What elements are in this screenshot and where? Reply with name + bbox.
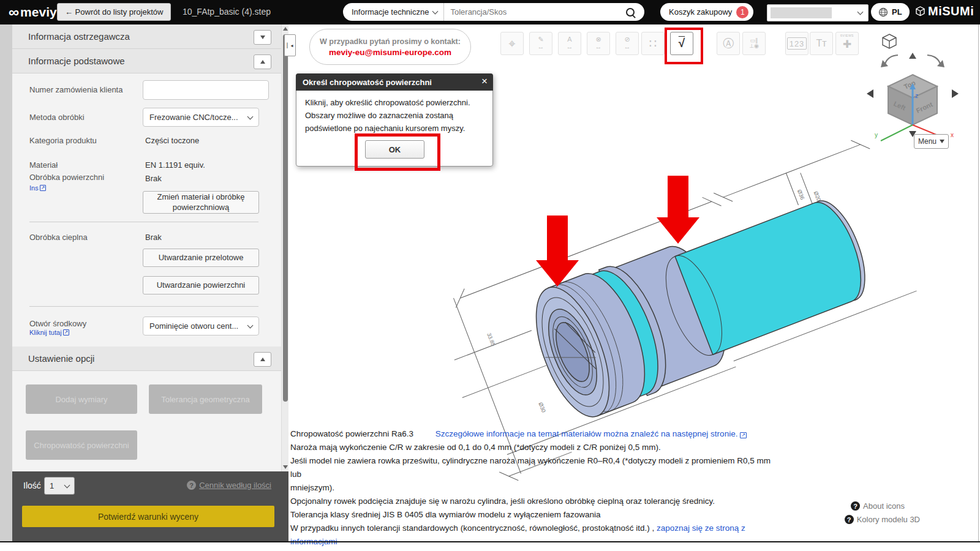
scroll-down-arrow[interactable] <box>283 465 288 469</box>
dim-label: Ø36 <box>796 189 805 200</box>
method-select[interactable]: Frezowanie CNC/tocze... <box>143 108 259 127</box>
category-label: Kategoria produktu <box>29 136 97 145</box>
material-value: EN 1.1191 equiv. <box>145 160 205 170</box>
popup-title-bar: Określ chropowatość powierzchni × <box>296 73 493 91</box>
center-hole-select[interactable]: Pominięcie otworu cent... <box>143 317 259 335</box>
collapse-toggle-button[interactable] <box>254 352 271 367</box>
globe-icon <box>878 7 888 17</box>
search-category-select[interactable]: Informacje techniczne <box>343 3 444 21</box>
notes-block: Chropowatość powierzchni Ra6.3 Szczegóło… <box>290 427 780 551</box>
viewer-menu-button[interactable]: Menu <box>914 134 949 149</box>
note-line: technicznymi. <box>290 549 780 551</box>
note-line: W przypadku innych tolerancji standardow… <box>290 522 780 549</box>
dim-label: Ø20 <box>813 190 822 202</box>
axis-z-label: z <box>915 92 918 99</box>
order-number-label: Numer zamówienia klienta <box>29 85 123 94</box>
scroll-up-arrow[interactable] <box>283 27 288 31</box>
surface-roughness-button[interactable]: Chropowatość powierzchni <box>26 430 137 460</box>
cart-button[interactable]: Koszyk zakupowy 1 <box>660 3 753 21</box>
meviy-logo-text: meviy <box>20 5 57 20</box>
rotate-right-arrow[interactable] <box>952 89 959 98</box>
materials-info-link[interactable]: Szczegółowe informacje na temat materiał… <box>435 429 747 438</box>
triangle-down-icon <box>260 36 265 39</box>
triangle-down-icon <box>940 140 944 143</box>
section-basic-info[interactable]: Informacje podstawowe <box>12 49 281 73</box>
center-hole-link[interactable]: Kliknij tutaj <box>29 329 69 336</box>
triangle-up-icon <box>260 60 265 64</box>
question-icon: ? <box>187 481 196 490</box>
language-code: PL <box>892 7 902 17</box>
chevron-down-icon <box>858 9 864 15</box>
viewer-canvas[interactable]: ▏◂ W przypadku pytań prosimy o kontakt: … <box>288 24 979 541</box>
quantity-select[interactable]: 1 <box>44 477 75 495</box>
center-hole-label: Otwór środkowy <box>29 319 86 328</box>
scrollbar-thumb[interactable] <box>283 34 288 402</box>
question-icon: ? <box>845 515 854 524</box>
chevron-down-icon <box>64 482 70 488</box>
sidebar-footer: Ilość 1 ? Cennik według ilości Potwierdź… <box>12 471 288 541</box>
collapse-toggle-button[interactable] <box>254 30 271 45</box>
search-input[interactable] <box>444 7 626 17</box>
order-number-input[interactable] <box>143 80 269 100</box>
rotate-left-icon[interactable] <box>881 55 898 67</box>
project-select[interactable] <box>767 4 869 21</box>
search-icon[interactable] <box>626 8 635 17</box>
close-icon[interactable]: × <box>481 75 488 88</box>
cart-count-badge: 1 <box>736 6 748 18</box>
section-warning-info[interactable]: Informacja ostrzegawcza <box>12 24 281 49</box>
category-value: Części toczone <box>145 136 199 145</box>
collapsed-left-rail <box>0 24 13 541</box>
language-button[interactable]: PL <box>871 3 910 21</box>
view-cube[interactable]: Top Left Front z y x <box>858 29 968 152</box>
triangle-up-icon <box>260 358 265 361</box>
annotation-highlight-ok <box>355 133 440 171</box>
isometric-view-icon[interactable] <box>883 34 896 48</box>
note-line: Jeśli model nie zawiera rowka prześwitu,… <box>290 454 780 481</box>
material-label: Materiał <box>29 160 58 170</box>
search-bar: Informacje techniczne <box>343 3 644 21</box>
add-dimensions-button[interactable]: Dodaj wymiary <box>26 384 137 414</box>
heat-treatment-value: Brak <box>145 233 162 242</box>
chevron-down-icon <box>247 113 254 119</box>
divider <box>29 306 258 307</box>
note-line: Tolerancja klasy średniej JIS B 0405 dla… <box>290 508 780 522</box>
question-icon: ? <box>851 501 860 511</box>
change-material-button[interactable]: Zmień materiał i obróbkę powierzchniową <box>143 191 259 214</box>
chevron-down-icon <box>432 8 439 14</box>
app-root: ∞ meviy ← Powrót do listy projektów 10_F… <box>0 0 980 551</box>
back-to-projects-button[interactable]: ← Powrót do listy projektów <box>57 3 171 21</box>
confirm-quote-button[interactable]: Potwierdź warunki wyceny <box>22 506 274 527</box>
surface-hardening-button[interactable]: Utwardzanie powierzchni <box>143 276 259 294</box>
model-colors-link[interactable]: ? Kolory modelu 3D <box>845 515 920 524</box>
external-link-icon <box>63 329 70 335</box>
collapse-toggle-button[interactable] <box>254 54 271 69</box>
meviy-logo-icon: ∞ <box>9 4 19 21</box>
rotate-up-arrow[interactable] <box>909 53 916 59</box>
popup-body: Kliknij, aby określić chropowatość powie… <box>305 96 470 135</box>
axis-y-label: y <box>875 132 878 138</box>
surface-treatment-value: Brak <box>145 174 162 183</box>
app-bottom-border <box>0 541 980 542</box>
rotate-left-arrow[interactable] <box>867 89 873 98</box>
price-by-quantity-link[interactable]: ? Cennik według ilości <box>187 481 271 490</box>
about-icons-link[interactable]: ? About icons <box>851 501 905 511</box>
through-hardening-button[interactable]: Utwardzanie przelotowe <box>143 249 259 267</box>
axis-x-label: x <box>951 132 954 138</box>
panel-collapse-handle[interactable]: ▏◂ <box>284 34 296 56</box>
heat-treatment-label: Obróbka cieplna <box>29 233 88 242</box>
meviy-logo[interactable]: ∞ meviy <box>9 4 57 21</box>
dim-label: 33.85 <box>486 332 496 347</box>
file-name: 10_FAtp_basic (4).step <box>183 7 271 17</box>
external-link-icon <box>40 185 47 191</box>
note-line: mniejszym). <box>290 481 780 495</box>
annotation-highlight-tool <box>665 28 703 64</box>
dim-label: Ø30 <box>537 402 546 413</box>
note-line: Opcjonalny rowek podcięcia znajduje się … <box>290 495 780 508</box>
ins-link[interactable]: Ins <box>29 184 46 192</box>
section-options[interactable]: Ustawienie opcji <box>12 347 281 371</box>
geometric-tolerance-button[interactable]: Tolerancja geometryczna <box>149 384 262 414</box>
quantity-label: Ilość <box>23 481 41 490</box>
rotate-right-icon[interactable] <box>927 55 944 67</box>
note-line: Chropowatość powierzchni Ra6.3 Szczegóło… <box>290 427 780 441</box>
misumi-cube-icon <box>915 6 925 17</box>
